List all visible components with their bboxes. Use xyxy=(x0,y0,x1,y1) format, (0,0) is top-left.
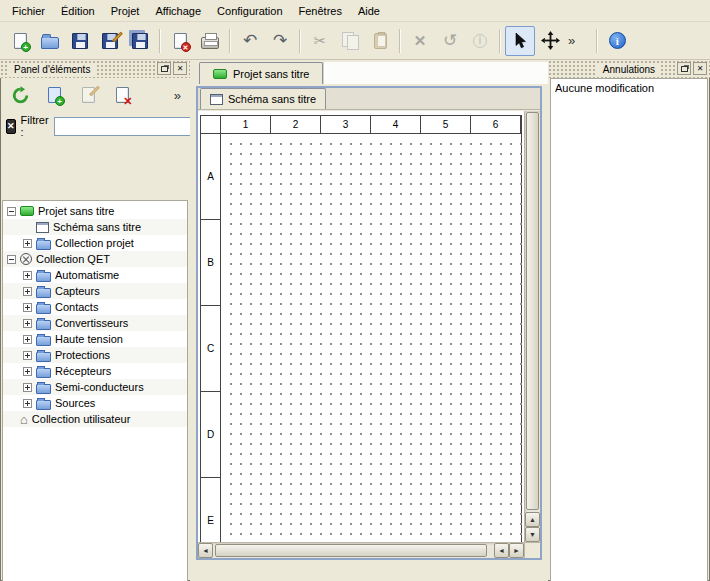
horizontal-scrollbar-thumb[interactable] xyxy=(215,544,487,557)
tree-item-sources[interactable]: Sources xyxy=(3,395,187,411)
print-button[interactable] xyxy=(195,26,225,56)
reload-collections-button[interactable] xyxy=(6,81,34,109)
arrow-down-icon: ▼ xyxy=(529,531,536,538)
tab-projet-sans-titre[interactable]: Projet sans titre xyxy=(199,62,323,84)
expand-expander-icon[interactable] xyxy=(23,287,32,296)
scroll-left-button[interactable]: ◄ xyxy=(494,543,509,558)
delete-element-button[interactable]: ✕ xyxy=(108,81,136,109)
vertical-scrollbar[interactable]: ▲ ▼ xyxy=(524,111,540,542)
folder-icon xyxy=(36,336,51,346)
toolbar-separator xyxy=(399,29,401,53)
clear-filter-button[interactable]: ✕ xyxy=(6,119,16,134)
filter-input[interactable] xyxy=(54,117,204,136)
save-button[interactable] xyxy=(65,26,95,56)
tree-item-haute-tension[interactable]: Haute tension xyxy=(3,331,187,347)
menu-fenetres[interactable]: Fenêtres xyxy=(291,2,350,20)
tree-item-automatisme[interactable]: Automatisme xyxy=(3,267,187,283)
scroll-right-button[interactable]: ► xyxy=(509,543,524,558)
close-panel-button[interactable]: ✕ xyxy=(693,62,707,75)
undo-list-item[interactable]: Aucune modification xyxy=(551,79,707,97)
vertical-scrollbar-thumb[interactable] xyxy=(526,112,539,510)
workspace: Projet sans titre Schéma sans titre xyxy=(190,60,548,581)
paste-button[interactable] xyxy=(365,26,395,56)
close-project-button[interactable]: ✕ xyxy=(165,26,195,56)
tree-item-collection-qet[interactable]: Collection QET xyxy=(3,251,187,267)
menu-edition[interactable]: Édition xyxy=(53,2,103,20)
menu-fichier[interactable]: Fichier xyxy=(4,2,53,20)
tree-item-collection-utilisateur[interactable]: ⌂ Collection utilisateur xyxy=(3,411,187,427)
column-label: 5 xyxy=(421,116,471,134)
float-icon xyxy=(161,66,168,72)
arrow-right-icon: ► xyxy=(513,547,520,554)
tree-item-convertisseurs[interactable]: Convertisseurs xyxy=(3,315,187,331)
menu-configuration[interactable]: Configuration xyxy=(209,2,290,20)
info-blue-icon: i xyxy=(609,32,626,49)
tree-item-recepteurs[interactable]: Récepteurs xyxy=(3,363,187,379)
tree-item-label: Haute tension xyxy=(55,333,123,345)
rotate-button[interactable]: ↺ xyxy=(435,26,465,56)
move-tool-button[interactable] xyxy=(535,26,565,56)
tree-item-collection-projet[interactable]: Collection projet xyxy=(3,235,187,251)
element-info-button[interactable]: i xyxy=(465,26,495,56)
edit-element-icon xyxy=(82,87,95,103)
schema-tab-label: Schéma sans titre xyxy=(228,93,316,105)
schema-grid-canvas[interactable] xyxy=(222,135,522,558)
expand-expander-icon[interactable] xyxy=(23,351,32,360)
select-tool-button[interactable] xyxy=(505,26,535,56)
cut-button[interactable]: ✂ xyxy=(305,26,335,56)
folder-icon xyxy=(36,304,51,314)
edit-element-button[interactable] xyxy=(74,81,102,109)
expand-expander-icon[interactable] xyxy=(23,271,32,280)
expand-expander-icon[interactable] xyxy=(23,319,32,328)
expand-expander-icon[interactable] xyxy=(23,367,32,376)
float-icon xyxy=(681,66,688,72)
expand-expander-icon[interactable] xyxy=(23,303,32,312)
expand-expander-icon[interactable] xyxy=(23,399,32,408)
new-element-button[interactable]: + xyxy=(40,81,68,109)
save-all-button[interactable] xyxy=(125,26,155,56)
delete-button[interactable]: ✕ xyxy=(405,26,435,56)
copy-button[interactable] xyxy=(335,26,365,56)
redo-button[interactable]: ↷ xyxy=(265,26,295,56)
tree-item-label: Convertisseurs xyxy=(55,317,128,329)
menu-affichage[interactable]: Affichage xyxy=(147,2,209,20)
column-ruler: 1 2 3 4 5 6 xyxy=(221,116,521,134)
about-button[interactable]: i xyxy=(602,26,632,56)
tree-item-capteurs[interactable]: Capteurs xyxy=(3,283,187,299)
scrollbar-corner xyxy=(524,542,540,558)
menu-projet[interactable]: Projet xyxy=(103,2,148,20)
expand-expander-icon[interactable] xyxy=(23,239,32,248)
tree-item-label: Contacts xyxy=(55,301,98,313)
folder-icon xyxy=(36,400,51,410)
tree-item-semi-conducteurs[interactable]: Semi-conducteurs xyxy=(3,379,187,395)
project-icon xyxy=(20,206,34,216)
scroll-up-button[interactable]: ▲ xyxy=(525,512,540,527)
undo-button[interactable]: ↶ xyxy=(235,26,265,56)
elements-panel: Panel d'éléments ✕ + xyxy=(0,60,190,581)
scroll-left-button[interactable]: ◄ xyxy=(198,543,213,558)
tab-schema-sans-titre[interactable]: Schéma sans titre xyxy=(200,88,326,109)
open-project-button[interactable] xyxy=(35,26,65,56)
save-as-button[interactable] xyxy=(95,26,125,56)
close-panel-button[interactable]: ✕ xyxy=(173,62,187,75)
tree-item-schema[interactable]: Schéma sans titre xyxy=(3,219,187,235)
cut-icon: ✂ xyxy=(314,33,327,48)
toolbar-overflow-button[interactable]: » xyxy=(565,33,578,48)
tree-item-contacts[interactable]: Contacts xyxy=(3,299,187,315)
tree-item-project[interactable]: Projet sans titre xyxy=(3,203,187,219)
collapse-expander-icon[interactable] xyxy=(7,255,16,264)
scroll-down-button[interactable]: ▼ xyxy=(525,527,540,542)
expand-expander-icon[interactable] xyxy=(23,383,32,392)
panel-overflow-button[interactable]: » xyxy=(171,88,184,103)
tree-item-protections[interactable]: Protections xyxy=(3,347,187,363)
collapse-expander-icon[interactable] xyxy=(7,207,16,216)
new-document-button[interactable]: + xyxy=(5,26,35,56)
expand-expander-icon[interactable] xyxy=(23,335,32,344)
float-panel-button[interactable] xyxy=(157,62,171,75)
rotate-icon: ↺ xyxy=(443,32,457,49)
tree-item-label: Protections xyxy=(55,349,110,361)
refresh-icon xyxy=(11,86,30,105)
horizontal-scrollbar[interactable]: ◄ ◄ ► xyxy=(198,542,524,558)
float-panel-button[interactable] xyxy=(677,62,691,75)
menu-aide[interactable]: Aide xyxy=(350,2,388,20)
